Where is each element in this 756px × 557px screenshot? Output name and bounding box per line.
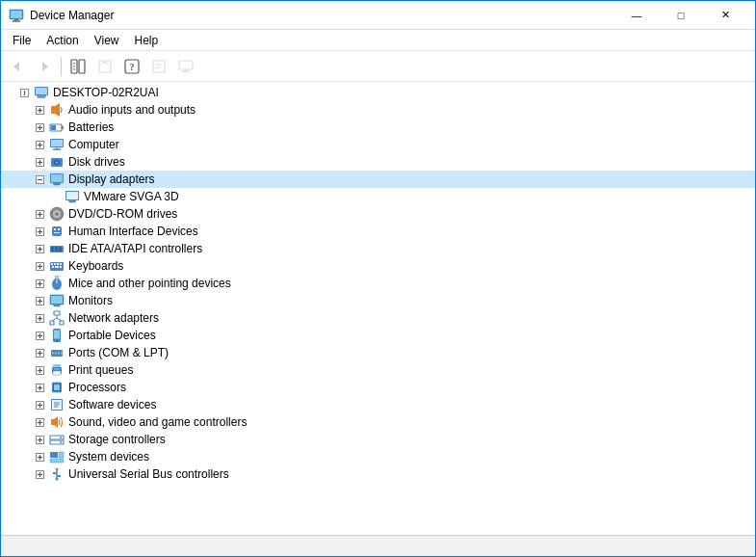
indent xyxy=(1,413,32,431)
svg-rect-73 xyxy=(54,228,56,230)
upone-button[interactable] xyxy=(92,55,117,78)
portable-icon xyxy=(49,328,65,343)
expander[interactable] xyxy=(32,379,47,396)
tree-item-display[interactable]: Display adapters xyxy=(1,171,755,188)
expander[interactable] xyxy=(32,257,47,275)
svg-point-52 xyxy=(56,162,58,164)
expander[interactable] xyxy=(32,153,47,171)
svg-rect-142 xyxy=(54,385,60,390)
dvd-icon xyxy=(49,206,65,222)
menu-help[interactable]: Help xyxy=(127,32,167,49)
svg-rect-60 xyxy=(66,192,78,199)
svg-rect-92 xyxy=(55,266,59,268)
expander[interactable] xyxy=(32,292,47,309)
svg-rect-90 xyxy=(60,263,62,265)
svg-rect-135 xyxy=(53,371,61,375)
tree-item-software[interactable]: Software devices xyxy=(1,396,755,413)
root-expander[interactable] xyxy=(16,84,32,101)
indent xyxy=(1,275,32,292)
svg-line-115 xyxy=(57,318,62,321)
tree-item-disk[interactable]: Disk drives xyxy=(1,153,755,171)
processors-label: Processors xyxy=(66,381,126,394)
expander[interactable] xyxy=(32,396,47,413)
tree-item-dvd[interactable]: DVD/CD-ROM drives xyxy=(1,205,755,223)
svg-rect-88 xyxy=(54,263,56,265)
software-label: Software devices xyxy=(66,398,156,411)
tree-item-ide[interactable]: IDE ATA/ATAPI controllers xyxy=(1,240,755,257)
expander[interactable] xyxy=(32,205,47,223)
expander[interactable] xyxy=(32,361,47,379)
svg-rect-89 xyxy=(57,263,59,265)
help-button[interactable]: ? xyxy=(119,55,144,78)
cpu-icon xyxy=(49,380,65,395)
tree-item-audio[interactable]: Audio inputs and outputs xyxy=(1,101,755,119)
close-button[interactable]: ✕ xyxy=(703,1,747,30)
expander[interactable] xyxy=(32,327,47,344)
indent xyxy=(1,136,32,153)
root-indent xyxy=(1,84,16,101)
tree-item-network[interactable]: Network adapters xyxy=(1,309,755,327)
expander[interactable] xyxy=(32,101,47,119)
expander[interactable] xyxy=(32,136,47,153)
menu-file[interactable]: File xyxy=(5,32,39,49)
tree-item-system[interactable]: System devices xyxy=(1,448,755,465)
forward-button[interactable] xyxy=(32,55,57,78)
svg-point-121 xyxy=(56,340,58,342)
computer-button[interactable] xyxy=(173,55,198,78)
monitors-label: Monitors xyxy=(66,294,113,307)
sound-label: Sound, video and game controllers xyxy=(66,415,247,429)
tree-item-hid[interactable]: Human Interface Devices xyxy=(1,223,755,240)
properties2-button[interactable] xyxy=(146,55,171,78)
tree-item-batteries[interactable]: Batteries xyxy=(1,119,755,136)
tree-item-vmware[interactable]: VMware SVGA 3D xyxy=(1,188,755,205)
tree-item-computer[interactable]: Computer xyxy=(1,136,755,153)
expander[interactable] xyxy=(32,413,47,431)
display-label: Display adapters xyxy=(66,172,154,186)
maximize-button[interactable]: □ xyxy=(659,1,703,30)
computer-small-icon xyxy=(49,137,65,152)
toolbar: ? xyxy=(1,51,755,82)
svg-rect-93 xyxy=(60,266,62,268)
window-title: Device Manager xyxy=(30,9,614,22)
dvd-label: DVD/CD-ROM drives xyxy=(66,207,177,221)
expander[interactable] xyxy=(32,431,47,448)
tree-root[interactable]: DESKTOP-02R2UAI xyxy=(1,84,755,101)
tree-item-processors[interactable]: Processors xyxy=(1,379,755,396)
tree-item-monitors[interactable]: Monitors xyxy=(1,292,755,309)
minimize-button[interactable]: — xyxy=(614,1,659,30)
title-bar: Device Manager — □ ✕ xyxy=(1,1,755,30)
expander[interactable] xyxy=(32,240,47,257)
tree-item-usb[interactable]: Universal Serial Bus controllers xyxy=(1,465,755,483)
tree-item-print[interactable]: Print queues xyxy=(1,361,755,379)
expander[interactable] xyxy=(32,171,47,188)
svg-point-167 xyxy=(60,437,62,438)
scope-button[interactable] xyxy=(65,55,91,78)
expander[interactable] xyxy=(32,465,47,483)
expander[interactable] xyxy=(32,344,47,361)
tree-item-keyboards[interactable]: Keyboards xyxy=(1,257,755,275)
expander[interactable] xyxy=(32,223,47,240)
tree-item-ports[interactable]: Ports (COM & LPT) xyxy=(1,344,755,361)
svg-point-168 xyxy=(60,441,62,443)
tree-item-sound[interactable]: Sound, video and game controllers xyxy=(1,413,755,431)
menu-action[interactable]: Action xyxy=(39,32,86,49)
back-button[interactable] xyxy=(5,55,30,78)
indent xyxy=(1,292,32,309)
svg-rect-174 xyxy=(59,452,64,458)
expander[interactable] xyxy=(32,448,47,465)
svg-rect-80 xyxy=(51,247,54,252)
expander[interactable] xyxy=(32,119,47,136)
device-tree[interactable]: DESKTOP-02R2UAI Audio inputs and outputs xyxy=(1,82,755,535)
svg-point-129 xyxy=(61,353,63,355)
expander[interactable] xyxy=(32,275,47,292)
tree-item-portable[interactable]: Portable Devices xyxy=(1,327,755,344)
svg-marker-161 xyxy=(54,416,58,428)
display-icon xyxy=(49,172,65,187)
menu-bar: File Action View Help xyxy=(1,30,755,51)
indent xyxy=(1,448,32,465)
menu-view[interactable]: View xyxy=(87,32,127,49)
expander[interactable] xyxy=(32,309,47,327)
tree-item-mice[interactable]: Mice and other pointing devices xyxy=(1,275,755,292)
tree-item-storage[interactable]: Storage controllers xyxy=(1,431,755,448)
vmware-label: VMware SVGA 3D xyxy=(82,190,179,203)
